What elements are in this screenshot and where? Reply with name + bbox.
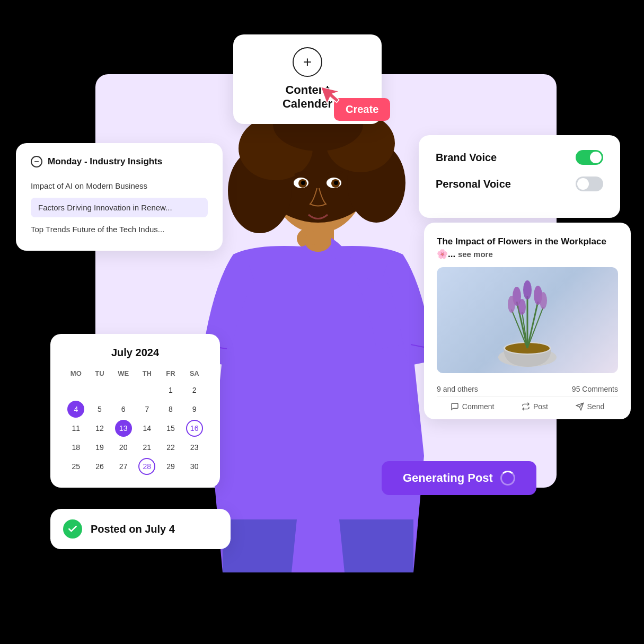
cal-header-th: TH — [136, 367, 158, 380]
cal-day-14[interactable]: 14 — [138, 420, 155, 437]
flowers-see-more[interactable]: see more — [458, 250, 493, 259]
send-action[interactable]: Send — [576, 402, 605, 411]
cal-day-empty2 — [91, 382, 108, 399]
personal-voice-label: Personal Voice — [436, 178, 511, 190]
flowers-likes: 9 and others — [437, 385, 478, 393]
insights-card: − Monday - Industry Insights Impact of A… — [16, 143, 223, 251]
voice-card: Brand Voice Personal Voice — [419, 135, 620, 218]
svg-point-33 — [540, 292, 547, 309]
cal-day-9[interactable]: 9 — [186, 401, 203, 418]
lavender-svg — [474, 270, 580, 370]
cal-day-7[interactable]: 7 — [138, 401, 155, 418]
cal-day-13[interactable]: 13 — [115, 420, 132, 437]
cal-day-30[interactable]: 30 — [186, 458, 203, 475]
cal-header-tu: TU — [89, 367, 111, 380]
insights-header: − Monday - Industry Insights — [31, 156, 208, 167]
personal-voice-toggle[interactable] — [576, 177, 603, 191]
svg-rect-19 — [327, 229, 331, 246]
cal-day-21[interactable]: 21 — [138, 439, 155, 456]
cal-day-20[interactable]: 20 — [115, 439, 132, 456]
flowers-comments: 95 Comments — [572, 385, 618, 393]
calendar-card: July 2024 MO TU WE TH FR SA 1 2 4 5 6 7 … — [50, 334, 220, 488]
comment-action[interactable]: Comment — [451, 402, 495, 411]
spinner-icon — [500, 471, 515, 486]
cal-day-empty4 — [138, 382, 155, 399]
cal-day-19[interactable]: 19 — [91, 439, 108, 456]
svg-point-12 — [301, 181, 305, 185]
calendar-grid: MO TU WE TH FR SA 1 2 4 5 6 7 8 9 11 12 … — [65, 367, 205, 475]
check-icon — [63, 519, 82, 539]
cal-day-4[interactable]: 4 — [67, 401, 84, 418]
cal-day-1[interactable]: 1 — [162, 382, 179, 399]
cal-day-6[interactable]: 6 — [115, 401, 132, 418]
generating-post-label: Generating Post — [403, 471, 493, 485]
cal-day-8[interactable]: 8 — [162, 401, 179, 418]
flowers-actions: Comment Post Send — [437, 396, 618, 411]
insights-item-3[interactable]: Top Trends Future of the Tech Indus... — [31, 220, 208, 238]
cal-day-16[interactable]: 16 — [186, 420, 203, 437]
cal-header-fr: FR — [160, 367, 182, 380]
flowers-title: The Impact of Flowers in the Workplace 🌸… — [437, 235, 618, 261]
cal-day-26[interactable]: 26 — [91, 458, 108, 475]
svg-point-32 — [508, 296, 515, 313]
plus-icon[interactable]: + — [293, 47, 322, 77]
cal-day-18[interactable]: 18 — [67, 439, 84, 456]
svg-point-34 — [518, 299, 526, 315]
cal-day-12[interactable]: 12 — [91, 420, 108, 437]
cal-day-11[interactable]: 11 — [67, 420, 84, 437]
cal-day-22[interactable]: 22 — [162, 439, 179, 456]
cal-header-mo: MO — [65, 367, 87, 380]
cal-day-29[interactable]: 29 — [162, 458, 179, 475]
brand-voice-toggle[interactable] — [576, 150, 603, 165]
cal-header-we: WE — [112, 367, 134, 380]
scene: + ContentCalender Create − Monday - Indu… — [0, 0, 644, 644]
flowers-image — [437, 267, 618, 373]
flowers-card: The Impact of Flowers in the Workplace 🌸… — [424, 223, 631, 419]
posted-text: Posted on July 4 — [91, 523, 175, 535]
calendar-month: July 2024 — [65, 347, 205, 359]
svg-point-30 — [523, 280, 532, 299]
insights-title: Monday - Industry Insights — [48, 156, 162, 167]
cal-day-25[interactable]: 25 — [67, 458, 84, 475]
svg-point-13 — [334, 181, 338, 185]
post-action[interactable]: Post — [522, 402, 548, 411]
cal-day-15[interactable]: 15 — [162, 420, 179, 437]
minus-icon[interactable]: − — [31, 156, 42, 167]
cal-day-28[interactable]: 28 — [138, 458, 155, 475]
svg-rect-18 — [320, 227, 325, 246]
posted-card: Posted on July 4 — [50, 509, 231, 549]
brand-voice-label: Brand Voice — [436, 152, 497, 164]
svg-rect-16 — [307, 228, 313, 246]
generating-post-button[interactable]: Generating Post — [382, 461, 536, 495]
cal-day-2[interactable]: 2 — [186, 382, 203, 399]
cal-day-5[interactable]: 5 — [91, 401, 108, 418]
cal-header-sa: SA — [183, 367, 205, 380]
brand-voice-row: Brand Voice — [436, 150, 603, 165]
cal-day-27[interactable]: 27 — [115, 458, 132, 475]
insights-item-1[interactable]: Impact of AI on Modern Business — [31, 177, 208, 195]
cal-day-23[interactable]: 23 — [186, 439, 203, 456]
flowers-stats: 9 and others 95 Comments — [437, 380, 618, 396]
svg-rect-17 — [314, 225, 319, 245]
cal-day-empty3 — [115, 382, 132, 399]
cal-day-empty1 — [67, 382, 84, 399]
insights-item-2[interactable]: Factors Driving Innovation in Renew... — [31, 198, 208, 217]
personal-voice-row: Personal Voice — [436, 177, 603, 191]
